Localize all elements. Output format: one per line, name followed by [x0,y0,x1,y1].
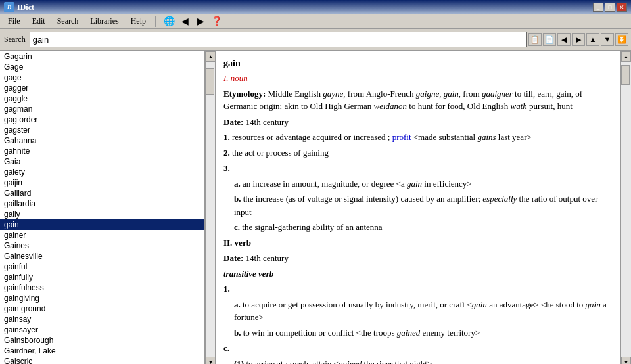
list-item[interactable]: gainfully [0,272,204,283]
toolbar-globe-icon[interactable]: 🌐 [162,14,177,29]
list-item[interactable]: gagster [0,125,204,135]
toolbar-back-icon[interactable]: ◀ [178,14,193,29]
list-item[interactable]: gage [0,72,204,83]
list-item[interactable]: Gaillard [0,188,204,198]
vsense-1b-text: to win in competition or conflict <the t… [243,328,480,338]
def-scroll-track[interactable] [621,62,631,357]
minimize-button[interactable]: _ [593,3,603,12]
app-icon: D [4,2,14,12]
sense-3a-text: an increase in amount, magnitude, or deg… [243,179,472,189]
list-item[interactable]: Gairdner, Lake [0,346,204,356]
nav-right-icon[interactable]: ▶ [572,33,585,46]
etymology-text: Middle English gayne, from Anglo-French … [223,89,582,112]
list-item[interactable]: gainful [0,262,204,272]
list-item[interactable]: Gage [0,62,204,72]
menu-bar: File Edit Search Libraries Help 🌐 ◀ ▶ ❓ [0,14,631,29]
list-item[interactable]: gag order [0,114,204,125]
definition-scrollbar[interactable]: ▲ ▼ [620,51,631,364]
list-item[interactable]: gagman [0,104,204,114]
list-item[interactable]: Gahanna [0,135,204,146]
scroll-thumb[interactable] [206,68,214,95]
toolbar-help-icon[interactable]: ❓ [210,14,224,29]
vsense-1b-letter: b. [234,328,241,338]
nav-down-icon[interactable]: ▼ [601,33,614,46]
word-list-container: Gagarin Gage gage gagger gaggle gagman g… [0,51,205,364]
scroll-track[interactable] [206,62,215,357]
list-item[interactable]: Gaines [0,240,204,251]
list-item[interactable]: Gaia [0,156,204,167]
list-item[interactable]: gagger [0,83,204,93]
close-button[interactable]: ✕ [617,3,627,12]
etymology-label: Etymology: [223,89,266,99]
list-item-selected[interactable]: gain [0,219,204,230]
date-value: 14th century [246,117,289,127]
list-item[interactable]: gaily [0,209,204,219]
list-item[interactable]: gaijin [0,177,204,188]
search-input[interactable] [33,35,524,45]
date-label: Date: [223,117,243,127]
sense-3a: a. an increase in amount, magnitude, or … [234,177,613,191]
nav-jump-icon[interactable]: ⏬ [615,33,628,46]
vsense-1b: b. to win in competition or conflict <th… [234,327,613,340]
sense-3c-letter: c. [234,222,240,232]
definition-word: gain [223,57,613,70]
date2-value: 14th century [246,253,289,263]
transitive-section: transitive verb [223,267,613,281]
nav-up-icon[interactable]: ▲ [586,33,599,46]
scroll-up-button[interactable]: ▲ [206,51,216,62]
profit-link[interactable]: profit [392,132,411,142]
def-scroll-down-button[interactable]: ▼ [621,357,631,364]
sense-2-number: 2. [223,148,230,158]
window-title: IDict [17,3,34,12]
list-item[interactable]: gaiety [0,167,204,177]
sense-1: 1. resources or advantage acquired or in… [223,131,613,144]
title-bar: D IDict _ □ ✕ [0,0,631,14]
menu-search[interactable]: Search [52,15,84,28]
list-item[interactable]: gaillardia [0,198,204,209]
list-item[interactable]: Gaiscric [0,356,204,364]
list-item[interactable]: gainsayer [0,325,204,335]
list-item[interactable]: gahnite [0,146,204,156]
list-item[interactable]: gaingiving [0,293,204,304]
word-list-scrollbar[interactable]: ▲ ▼ [205,51,216,364]
pos2-section: II. verb [223,237,613,250]
list-item[interactable]: Gagarin [0,51,204,62]
maximize-button[interactable]: □ [605,3,615,12]
menu-file[interactable]: File [3,15,26,28]
sense-3a-letter: a. [234,179,241,189]
definition-pos: I. noun [223,72,613,85]
list-item[interactable]: Gainesville [0,251,204,262]
copy2-icon[interactable]: 📄 [543,33,556,46]
word-list[interactable]: Gagarin Gage gage gagger gaggle gagman g… [0,51,204,364]
search-bar[interactable] [30,32,527,47]
menu-libraries[interactable]: Libraries [85,15,124,28]
title-bar-buttons[interactable]: _ □ ✕ [593,3,627,12]
def-scroll-thumb[interactable] [621,65,630,85]
vsense-c-label: c. [223,343,229,353]
sense-3c: c. the signal-gathering ability of an an… [234,221,613,234]
etymology-section: Etymology: Middle English gayne, from An… [223,87,613,113]
list-item[interactable]: gainsay [0,314,204,325]
list-item[interactable]: gaggle [0,93,204,104]
list-item[interactable]: gainfulness [0,283,204,293]
scroll-down-button[interactable]: ▼ [206,357,216,364]
menu-help[interactable]: Help [126,15,151,28]
vsense-1a-letter: a. [234,300,241,309]
sense-1-number: 1. [223,132,230,142]
toolbar-forward-icon[interactable]: ▶ [194,14,208,29]
sense-3-number: 3. [223,163,230,173]
date2-section: Date: 14th century [223,252,613,265]
vsense-1: 1. [223,283,613,296]
sense-3b: b. the increase (as of voltage or signal… [234,193,613,218]
sense-3: 3. [223,162,613,175]
def-scroll-up-button[interactable]: ▲ [621,51,631,62]
copy-icon[interactable]: 📋 [528,33,542,46]
title-bar-left: D IDict [4,2,34,12]
nav-left-icon[interactable]: ◀ [557,33,571,46]
vsense-1-number: 1. [223,284,230,294]
menu-edit[interactable]: Edit [27,15,51,28]
list-item[interactable]: gain ground [0,304,204,314]
list-item[interactable]: gainer [0,230,204,240]
date2-label: Date: [223,253,243,263]
list-item[interactable]: Gainsborough [0,335,204,346]
